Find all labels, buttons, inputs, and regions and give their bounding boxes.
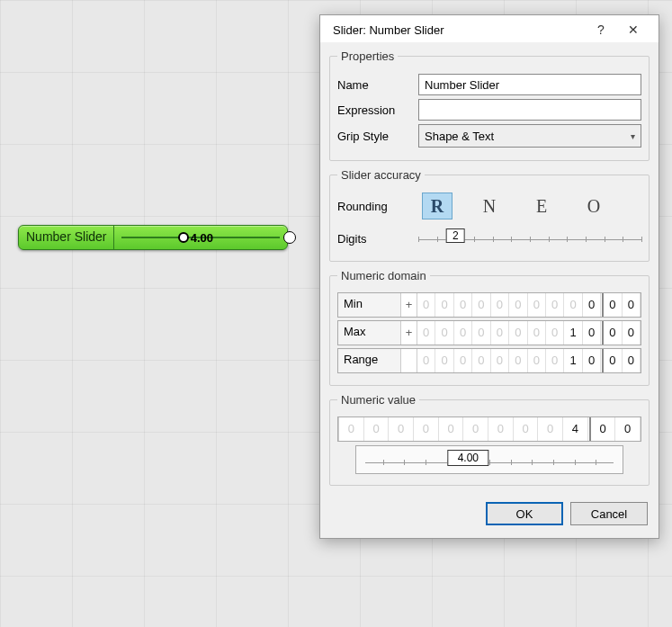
- digit-cell[interactable]: 0: [509, 293, 527, 317]
- expression-input[interactable]: [418, 99, 641, 121]
- digit-cell[interactable]: 0: [546, 349, 564, 372]
- close-button[interactable]: ✕: [617, 22, 650, 37]
- slider-value-display: 4.00: [191, 231, 213, 245]
- value-slider[interactable]: 4.00: [355, 445, 623, 474]
- accuracy-legend: Slider accuracy: [337, 168, 425, 182]
- domain-legend: Numeric domain: [337, 269, 430, 282]
- digits-slider[interactable]: 2: [418, 228, 641, 248]
- value-row[interactable]: 000000000400: [337, 417, 641, 442]
- dialog-titlebar: Slider: Number Slider ? ✕: [320, 15, 659, 42]
- component-label: Number Slider: [19, 226, 114, 249]
- range-row: Range 000000001000: [337, 348, 641, 373]
- digit-cell[interactable]: 0: [509, 321, 527, 345]
- digit-cell[interactable]: 0: [583, 349, 601, 372]
- name-input[interactable]: [418, 74, 641, 95]
- digit-cell[interactable]: 0: [472, 321, 490, 345]
- min-sign[interactable]: +: [401, 293, 417, 317]
- cancel-button[interactable]: Cancel: [570, 502, 648, 525]
- domain-group: Numeric domain Min + 000000000000 Max + …: [329, 269, 650, 386]
- properties-legend: Properties: [337, 49, 398, 63]
- digit-cell[interactable]: 0: [546, 293, 564, 317]
- digit-cell[interactable]: 0: [615, 417, 641, 441]
- value-slider-box[interactable]: 4.00: [448, 450, 488, 466]
- rounding-label: Rounding: [337, 200, 418, 213]
- grip-style-value: Shape & Text: [425, 130, 494, 143]
- digit-cell[interactable]: 0: [339, 417, 364, 441]
- digit-cell[interactable]: 0: [435, 293, 453, 317]
- digit-cell[interactable]: 0: [389, 417, 414, 441]
- digit-cell[interactable]: 0: [514, 417, 539, 441]
- digit-cell[interactable]: 4: [563, 417, 588, 441]
- digit-cell[interactable]: 0: [414, 417, 439, 441]
- slider-knob[interactable]: [178, 232, 189, 243]
- range-label: Range: [338, 349, 401, 372]
- digit-cell[interactable]: 0: [491, 293, 509, 317]
- digit-cell[interactable]: 1: [564, 349, 582, 372]
- properties-group: Properties Name Expression Grip Style Sh…: [329, 49, 650, 161]
- digit-cell[interactable]: 0: [538, 417, 563, 441]
- digit-cell[interactable]: 0: [439, 417, 464, 441]
- accuracy-group: Slider accuracy Rounding RNEO Digits 2: [329, 168, 650, 262]
- digit-cell[interactable]: 0: [435, 321, 453, 345]
- digit-cell[interactable]: 0: [417, 349, 435, 372]
- grip-style-select[interactable]: Shape & Text ▾: [418, 124, 641, 148]
- min-label: Min: [338, 293, 401, 317]
- digit-cell[interactable]: 0: [417, 321, 435, 345]
- digit-cell[interactable]: 0: [623, 321, 641, 345]
- help-button[interactable]: ?: [585, 22, 617, 37]
- digit-cell[interactable]: 0: [583, 293, 601, 317]
- slider-track[interactable]: 4.00: [114, 226, 287, 249]
- digit-cell[interactable]: 0: [604, 349, 622, 372]
- digit-cell[interactable]: 0: [604, 293, 622, 317]
- digit-cell[interactable]: 0: [472, 293, 490, 317]
- digits-value-box[interactable]: 2: [446, 228, 465, 243]
- digit-cell[interactable]: 0: [435, 349, 453, 372]
- digit-cell[interactable]: 0: [454, 293, 472, 317]
- digit-cell[interactable]: 0: [454, 349, 472, 372]
- digit-cell[interactable]: 0: [472, 349, 490, 372]
- digit-cell[interactable]: 0: [528, 349, 546, 372]
- min-row[interactable]: Min + 000000000000: [337, 292, 641, 318]
- digit-cell[interactable]: 0: [463, 417, 488, 441]
- digit-cell[interactable]: 0: [528, 293, 546, 317]
- ok-button[interactable]: OK: [486, 502, 563, 525]
- digit-cell[interactable]: 0: [417, 293, 435, 317]
- digit-cell[interactable]: 0: [488, 417, 514, 441]
- rounding-option-e[interactable]: E: [526, 193, 557, 219]
- name-label: Name: [337, 78, 418, 92]
- max-row[interactable]: Max + 000000001000: [337, 320, 641, 345]
- dialog-title: Slider: Number Slider: [333, 23, 585, 37]
- max-sign[interactable]: +: [401, 321, 417, 345]
- value-legend: Numeric value: [337, 393, 419, 407]
- digit-cell[interactable]: 0: [454, 321, 472, 345]
- digits-label: Digits: [337, 232, 418, 246]
- max-label: Max: [338, 321, 401, 345]
- number-slider-component[interactable]: Number Slider 4.00: [18, 225, 288, 250]
- rounding-option-o[interactable]: O: [578, 193, 609, 219]
- rounding-option-r[interactable]: R: [422, 193, 452, 219]
- digit-cell[interactable]: 0: [528, 321, 546, 345]
- slider-settings-dialog: Slider: Number Slider ? ✕ Properties Nam…: [319, 14, 659, 539]
- grip-style-label: Grip Style: [337, 130, 418, 143]
- digit-cell[interactable]: 0: [491, 321, 509, 345]
- digit-cell[interactable]: 0: [364, 417, 390, 441]
- digit-cell[interactable]: 0: [564, 293, 582, 317]
- digit-cell[interactable]: 0: [491, 349, 509, 372]
- digit-cell[interactable]: 0: [509, 349, 527, 372]
- value-group: Numeric value 000000000400 4.00: [329, 393, 650, 486]
- digit-cell[interactable]: 0: [623, 349, 641, 372]
- expression-label: Expression: [337, 103, 418, 117]
- digit-cell[interactable]: 1: [564, 321, 582, 345]
- button-bar: OK Cancel: [320, 493, 659, 538]
- digit-cell[interactable]: 0: [546, 321, 564, 345]
- chevron-down-icon: ▾: [631, 131, 635, 141]
- digit-cell[interactable]: 0: [623, 293, 641, 317]
- digit-cell[interactable]: 0: [583, 321, 601, 345]
- rounding-option-n[interactable]: N: [474, 193, 505, 219]
- digit-cell[interactable]: 0: [591, 417, 616, 441]
- output-grip[interactable]: [283, 231, 296, 244]
- digit-cell[interactable]: 0: [604, 321, 622, 345]
